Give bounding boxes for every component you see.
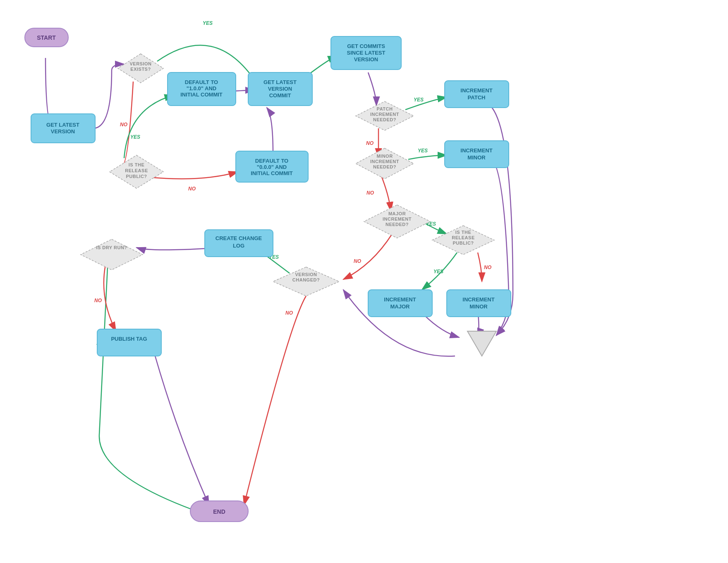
- svg-text:LOG: LOG: [233, 243, 244, 249]
- svg-text:IS THE: IS THE: [129, 162, 144, 167]
- svg-text:NO: NO: [94, 298, 102, 303]
- svg-text:SINCE LATEST: SINCE LATEST: [347, 50, 386, 56]
- get-latest-version-commit-label: GET LATEST: [263, 79, 297, 85]
- svg-text:NO: NO: [366, 190, 374, 196]
- end-label: END: [213, 508, 225, 515]
- svg-text:VERSION: VERSION: [51, 128, 75, 135]
- svg-text:MINOR: MINOR: [376, 154, 393, 159]
- svg-text:RELEASE: RELEASE: [452, 235, 474, 240]
- svg-text:YES: YES: [433, 269, 443, 274]
- svg-text:NO: NO: [285, 310, 293, 316]
- default-100-label: DEFAULT TO: [185, 79, 218, 85]
- svg-text:EXISTS?: EXISTS?: [130, 67, 151, 72]
- svg-text:PATCH: PATCH: [377, 106, 393, 111]
- flowchart-diagram: YES NO YES NO YES NO YES NO YES NO YES N…: [0, 0, 728, 563]
- svg-text:YES: YES: [418, 148, 428, 154]
- svg-text:INCREMENT: INCREMENT: [383, 217, 412, 221]
- svg-text:NO: NO: [188, 186, 196, 192]
- publish-tag-node: [97, 329, 161, 356]
- svg-text:VERSION: VERSION: [268, 86, 292, 92]
- svg-text:NO: NO: [484, 265, 492, 270]
- svg-text:INITIAL COMMIT: INITIAL COMMIT: [251, 170, 293, 176]
- svg-text:YES: YES: [203, 20, 213, 26]
- svg-text:NEEDED?: NEEDED?: [386, 222, 409, 227]
- default-000-label: DEFAULT TO: [255, 158, 288, 164]
- publish-tag-label: PUBLISH TAG: [111, 336, 147, 342]
- start-label: START: [37, 34, 56, 41]
- svg-text:"1.0.0" AND: "1.0.0" AND: [187, 85, 217, 91]
- svg-text:COMMIT: COMMIT: [269, 92, 291, 99]
- svg-text:NEEDED?: NEEDED?: [373, 117, 396, 122]
- svg-text:YES: YES: [130, 134, 140, 140]
- version-exists-label: VERSION: [129, 61, 151, 66]
- svg-text:PUBLIC?: PUBLIC?: [126, 174, 147, 179]
- increment-minor-2-label: INCREMENT: [462, 296, 494, 303]
- increment-major-label: INCREMENT: [384, 296, 416, 303]
- svg-text:INCREMENT: INCREMENT: [370, 159, 399, 164]
- svg-text:INCREMENT: INCREMENT: [370, 112, 399, 117]
- merge-triangle: [467, 331, 496, 356]
- svg-text:NO: NO: [120, 122, 128, 128]
- svg-text:MINOR: MINOR: [469, 303, 488, 310]
- svg-text:INITIAL COMMIT: INITIAL COMMIT: [180, 91, 223, 98]
- svg-text:PUBLIC?: PUBLIC?: [453, 241, 474, 245]
- create-change-log-label: CREATE CHANGE: [216, 235, 262, 241]
- svg-text:"0.0.0" AND: "0.0.0" AND: [257, 164, 287, 170]
- svg-text:RELEASE: RELEASE: [125, 168, 148, 173]
- increment-patch-label: INCREMENT: [460, 87, 492, 94]
- svg-text:NO: NO: [366, 140, 374, 146]
- svg-text:MAJOR: MAJOR: [390, 303, 410, 310]
- svg-text:VERSION: VERSION: [295, 272, 317, 277]
- svg-text:IS THE: IS THE: [455, 230, 471, 235]
- get-commits-label: GET COMMITS: [347, 43, 385, 49]
- svg-text:YES: YES: [414, 97, 424, 103]
- svg-text:MAJOR: MAJOR: [388, 211, 406, 216]
- svg-text:CHANGED?: CHANGED?: [292, 277, 320, 282]
- svg-text:MINOR: MINOR: [467, 154, 486, 161]
- increment-minor-1-label: INCREMENT: [460, 147, 492, 154]
- is-dry-run-diamond: [81, 239, 143, 270]
- get-latest-version-label: GET LATEST: [46, 122, 79, 128]
- svg-text:NO: NO: [354, 258, 362, 264]
- major-needed-diamond: [364, 205, 430, 238]
- svg-text:IS DRY RUN?: IS DRY RUN?: [96, 245, 127, 250]
- svg-text:PATCH: PATCH: [468, 94, 486, 101]
- svg-text:NEEDED?: NEEDED?: [373, 164, 396, 169]
- svg-text:VERSION: VERSION: [354, 56, 378, 63]
